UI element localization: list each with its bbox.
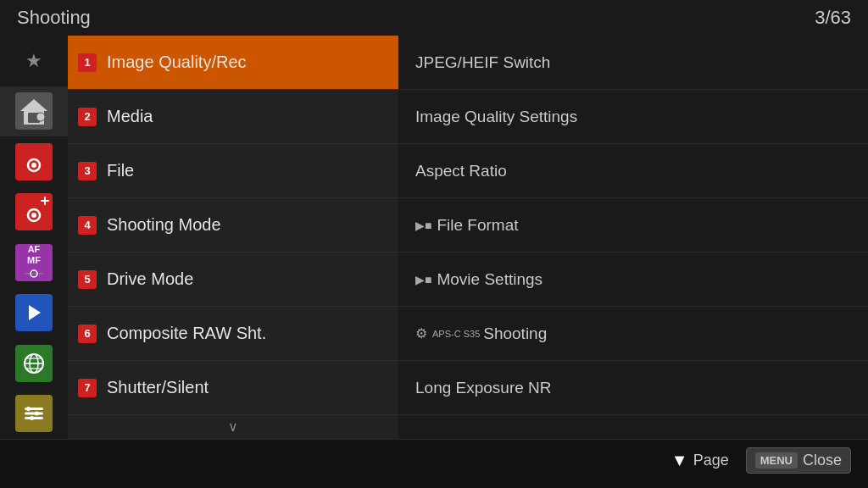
sidebar-item-setup[interactable] <box>0 389 68 440</box>
file-format-icon: ▶■ <box>415 219 431 232</box>
sidebar-item-custom[interactable] <box>0 187 68 238</box>
sidebar-item-network[interactable] <box>0 338 68 389</box>
page-label: Page <box>693 452 729 469</box>
menu-item-composite-raw[interactable]: 6 Composite RAW Sht. <box>68 307 398 361</box>
camera-icon <box>15 143 53 180</box>
svg-point-25 <box>26 407 31 411</box>
close-label: Close <box>803 452 842 469</box>
sub-item-jpeg-heif[interactable]: JPEG/HEIF Switch <box>398 36 868 90</box>
sub-label-file-format: File Format <box>437 216 518 235</box>
page-counter: 3/63 <box>815 7 851 29</box>
svg-point-27 <box>35 412 39 416</box>
sidebar-item-shooting[interactable] <box>0 136 68 187</box>
movie-settings-icon: ▶■ <box>415 273 431 286</box>
sub-label-long-exposure: Long Exposure NR <box>415 379 552 397</box>
svg-marker-15 <box>29 305 41 320</box>
menu-item-shutter-silent[interactable]: 7 Shutter/Silent <box>68 361 398 415</box>
sub-item-movie-settings[interactable]: ▶■ Movie Settings <box>398 252 868 307</box>
screen: Shooting 3/63 ★ <box>0 0 868 488</box>
sub-item-file-format[interactable]: ▶■ File Format <box>398 198 868 252</box>
menu-item-image-quality[interactable]: 1 Image Quality/Rec <box>68 36 398 90</box>
custom-icon <box>15 193 53 230</box>
home-camera-icon <box>15 92 53 130</box>
menu-item-drive-mode[interactable]: 5 Drive Mode <box>68 252 398 307</box>
header: Shooting 3/63 <box>0 0 868 36</box>
sidebar-item-focus[interactable]: AF MF <box>0 237 68 288</box>
star-icon: ★ <box>17 44 51 78</box>
menu-number-2: 2 <box>78 108 97 126</box>
sub-item-image-quality-settings[interactable]: Image Quality Settings <box>398 90 868 144</box>
page-title: Shooting <box>17 7 91 29</box>
tools-icon <box>15 395 53 432</box>
apsc-badge: APS-C S35 <box>432 329 480 339</box>
menu-label-image-quality: Image Quality/Rec <box>107 53 247 72</box>
svg-rect-13 <box>25 273 43 274</box>
menu-number-3: 3 <box>78 162 97 180</box>
sidebar-item-playback[interactable] <box>0 288 68 339</box>
sub-menu: JPEG/HEIF Switch Image Quality Settings … <box>398 36 868 439</box>
sub-item-aspect-ratio[interactable]: Aspect Ratio <box>398 144 868 198</box>
sidebar-item-home-camera[interactable] <box>0 86 68 137</box>
menu-number-4: 4 <box>78 216 97 235</box>
svg-rect-8 <box>27 202 41 208</box>
play-icon <box>15 294 53 331</box>
main-content: ★ <box>0 36 868 439</box>
menu-number-6: 6 <box>78 324 97 343</box>
menu-item-file[interactable]: 3 File <box>68 144 398 198</box>
menu-item-shooting-mode[interactable]: 4 Shooting Mode <box>68 198 398 252</box>
menu-number-5: 5 <box>78 270 97 289</box>
svg-point-6 <box>31 163 36 168</box>
menu-number-1: 1 <box>78 53 97 72</box>
menu-label-shooting-mode: Shooting Mode <box>107 215 221 235</box>
af-icon: AF MF <box>15 244 53 281</box>
apsc-icon: ⚙ <box>415 325 427 341</box>
sub-item-apsc-shooting[interactable]: ⚙ APS-C S35 Shooting <box>398 307 868 361</box>
sub-item-long-exposure[interactable]: Long Exposure NR <box>398 361 868 415</box>
menu-number-7: 7 <box>78 379 97 397</box>
sidebar: ★ <box>0 36 68 439</box>
menu-label-media: Media <box>107 107 153 126</box>
page-button[interactable]: ▼ Page <box>671 451 729 470</box>
menu-item-media[interactable]: 2 Media <box>68 90 398 144</box>
menu-label-composite-raw: Composite RAW Sht. <box>107 324 266 343</box>
sub-label-movie-settings: Movie Settings <box>437 270 542 289</box>
sidebar-item-favorites[interactable]: ★ <box>0 36 68 86</box>
scroll-down-indicator: ∨ <box>68 415 398 438</box>
menu-list: 1 Image Quality/Rec 2 Media 3 File 4 Sho… <box>68 36 398 439</box>
svg-point-2 <box>36 113 45 121</box>
page-arrow-icon: ▼ <box>671 451 688 470</box>
svg-rect-22 <box>25 413 43 415</box>
sub-label-image-quality-settings: Image Quality Settings <box>415 108 577 126</box>
menu-key-label: MENU <box>755 452 798 469</box>
menu-label-shutter-silent: Shutter/Silent <box>107 378 209 397</box>
svg-point-10 <box>31 213 36 218</box>
sub-label-aspect-ratio: Aspect Ratio <box>415 162 507 180</box>
close-button[interactable]: MENU Close <box>746 447 851 474</box>
globe-icon <box>15 345 53 382</box>
svg-point-29 <box>30 416 34 420</box>
sub-label-apsc: Shooting <box>483 324 547 343</box>
menu-label-drive-mode: Drive Mode <box>107 269 193 289</box>
sub-label-jpeg-heif: JPEG/HEIF Switch <box>415 53 550 72</box>
footer: ▼ Page MENU Close <box>0 439 868 481</box>
svg-rect-4 <box>27 152 41 158</box>
svg-rect-12 <box>44 197 46 205</box>
menu-label-file: File <box>107 161 134 180</box>
